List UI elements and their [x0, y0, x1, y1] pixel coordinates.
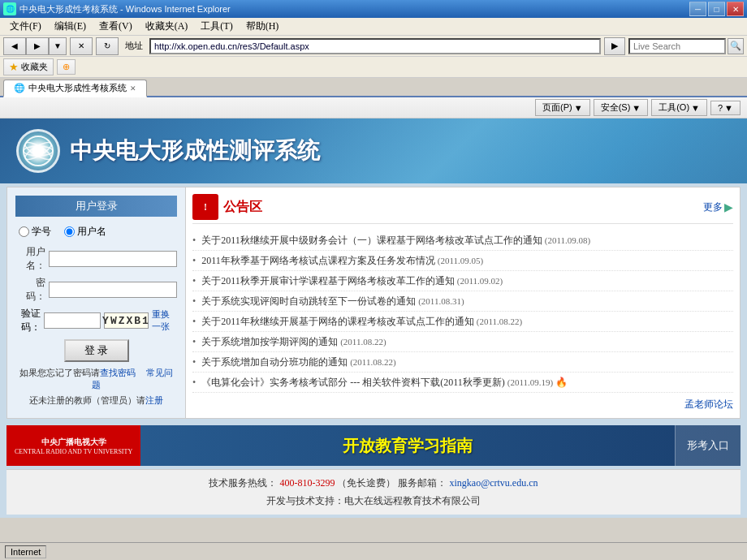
search-bar: 🔍: [628, 38, 744, 54]
announce-link-1[interactable]: 关于2011秋继续开展中级财务会计（一）课程基于网络考核改革试点工作的通知 (2…: [201, 235, 590, 246]
more-label: 更多: [703, 200, 723, 214]
radio-student-label: 学号: [32, 225, 51, 239]
menu-tools[interactable]: 工具(T): [194, 18, 239, 35]
window-titlebar: 🌐 中央电大形成性考核系统 - Windows Internet Explore…: [0, 0, 747, 18]
announce-link-7[interactable]: 关于系统增加自动分班功能的通知 (2011.08.22): [201, 356, 395, 368]
fire-icon: 🔥: [555, 377, 568, 388]
minimize-button[interactable]: ─: [689, 2, 706, 16]
svg-point-1: [35, 148, 41, 154]
username-input[interactable]: [49, 251, 177, 267]
internet-zone: Internet: [5, 545, 46, 558]
favorites-label: 收藏夹: [21, 61, 48, 73]
hotline-label: 技术服务热线：: [209, 477, 277, 489]
list-item: 《电算化会计》实务考核考试部分 --- 相关软件资料下载(2011秋季更新) (…: [192, 373, 733, 393]
tools-label: 工具(O): [658, 101, 689, 114]
refresh-captcha-link[interactable]: 重换一张: [152, 308, 177, 333]
radio-username-label: 用户名: [77, 225, 106, 239]
search-input[interactable]: [628, 38, 726, 54]
go-button[interactable]: ▶: [604, 37, 625, 55]
announce-icon: !: [192, 194, 218, 220]
titlebar-controls[interactable]: ─ □ ✕: [689, 2, 744, 16]
announce-title: 公告区: [223, 199, 262, 216]
login-type-group: 学号 用户名: [15, 223, 177, 240]
footer-line1: 技术服务热线： 400-810-3299 （免长途费） 服务邮箱： xingka…: [11, 475, 736, 493]
browser-icon: 🌐: [3, 2, 16, 15]
username-row: 用户名：: [15, 245, 177, 273]
list-item: 关于2011秋季开展审计学课程基于网络考核改革工作的通知 (2011.09.02…: [192, 271, 733, 291]
favorites-toolbar: ★ 收藏夹 ⊕: [0, 57, 747, 78]
list-item: 关于系统增加自动分班功能的通知 (2011.08.22): [192, 352, 733, 373]
safety-dropdown-icon: ▼: [632, 103, 641, 113]
rss-icon: ⊕: [63, 62, 70, 72]
addressbar: ◀ ▶ ▼ ✕ ↻ 地址 ▶ 🔍: [0, 36, 747, 57]
site-header: 中央电大形成性测评系统: [0, 118, 747, 183]
list-item: 2011年秋季基于网络考核试点课程方案及任务发布情况 (2011.09.05): [192, 251, 733, 271]
radio-username-input[interactable]: [64, 226, 75, 237]
favorites-button[interactable]: ★ 收藏夹: [3, 58, 54, 75]
register-note: 还未注册的教师（管理员）请注册: [15, 394, 177, 407]
close-button[interactable]: ✕: [727, 2, 744, 16]
login-links-text: 如果您忘记了密码请: [19, 368, 100, 377]
forgot-password-link[interactable]: 查找密码: [100, 368, 136, 377]
password-input[interactable]: [49, 282, 177, 298]
announce-link-6[interactable]: 关于系统增加按学期评阅的通知 (2011.08.22): [201, 336, 386, 347]
menu-help[interactable]: 帮助(H): [240, 18, 286, 35]
radio-username[interactable]: 用户名: [64, 225, 106, 239]
tab-main[interactable]: 🌐 中央电大形成性考核系统 ✕: [3, 80, 147, 97]
list-item: 关于2011秋继续开展中级财务会计（一）课程基于网络考核改革试点工作的通知 (2…: [192, 230, 733, 251]
radio-student-input[interactable]: [19, 226, 29, 237]
promo-banner[interactable]: 中央广播电视大学 CENTRAL RADIO AND TV UNIVERSITY…: [6, 425, 741, 466]
tab-icon: 🌐: [14, 83, 25, 93]
menubar: 文件(F) 编辑(E) 查看(V) 收藏夹(A) 工具(T) 帮助(H): [0, 18, 747, 36]
register-link[interactable]: 注册: [145, 395, 163, 405]
tabbar: 🌐 中央电大形成性考核系统 ✕: [0, 78, 747, 97]
username-label: 用户名：: [15, 245, 45, 273]
main-layout: 用户登录 学号 用户名 用户名： 密 码：: [6, 187, 741, 419]
page-button[interactable]: 页面(P) ▼: [535, 99, 590, 116]
site-title: 中央电大形成性测评系统: [70, 136, 320, 166]
more-arrow-icon: ▶: [724, 200, 733, 214]
captcha-image: YWZXB1: [104, 312, 149, 329]
list-item: 关于系统实现评阅时自动跳转至下一份试卷的通知 (2011.08.31): [192, 291, 733, 312]
login-panel: 用户登录 学号 用户名 用户名： 密 码：: [7, 187, 186, 418]
menu-edit[interactable]: 编辑(E): [48, 18, 93, 35]
address-input[interactable]: [149, 38, 601, 54]
announce-link-3[interactable]: 关于2011秋季开展审计学课程基于网络考核改革工作的通知 (2011.09.02…: [201, 275, 503, 286]
announce-link-4[interactable]: 关于系统实现评阅时自动跳转至下一份试卷的通知 (2011.08.31): [201, 295, 464, 307]
announce-header: ! 公告区 更多 ▶: [192, 194, 733, 224]
forward-button[interactable]: ▶: [26, 37, 49, 55]
dropdown-button[interactable]: ▼: [49, 37, 67, 55]
announce-link-8[interactable]: 《电算化会计》实务考核考试部分 --- 相关软件资料下载(2011秋季更新) (…: [201, 377, 568, 388]
menu-file[interactable]: 文件(F): [3, 18, 48, 35]
promo-right-text: 形考入口: [675, 425, 741, 466]
radio-student-id[interactable]: 学号: [19, 225, 51, 239]
help-dropdown-icon: ▼: [724, 103, 733, 113]
nav-buttons[interactable]: ◀ ▶ ▼: [3, 37, 67, 55]
email-link[interactable]: xingkao@crtvu.edu.cn: [449, 477, 538, 489]
login-links: 如果您忘记了密码请查找密码 常见问题: [15, 367, 177, 391]
tab-close-button[interactable]: ✕: [130, 84, 136, 93]
rss-button[interactable]: ⊕: [57, 59, 76, 75]
safety-button[interactable]: 安全(S) ▼: [594, 99, 649, 116]
help-button[interactable]: ? ▼: [710, 101, 741, 115]
tools-dropdown-icon: ▼: [691, 103, 700, 113]
tools-button[interactable]: 工具(O) ▼: [651, 99, 707, 116]
stop-button[interactable]: ✕: [70, 37, 93, 55]
tab-label: 中央电大形成性考核系统: [28, 82, 127, 94]
refresh-button[interactable]: ↻: [96, 37, 119, 55]
menu-view[interactable]: 查看(V): [93, 18, 139, 35]
captcha-label: 验证码：: [15, 307, 41, 334]
more-link[interactable]: 更多 ▶: [703, 200, 733, 214]
search-button[interactable]: 🔍: [728, 38, 744, 54]
help-label: ?: [718, 103, 723, 113]
login-button[interactable]: 登 录: [64, 339, 129, 362]
announce-link-2[interactable]: 2011年秋季基于网络考核试点课程方案及任务发布情况 (2011.09.05): [201, 255, 483, 266]
teacher-forum-link[interactable]: 孟老师论坛: [192, 398, 733, 411]
menu-favorites[interactable]: 收藏夹(A): [139, 18, 195, 35]
announce-link-5[interactable]: 关于2011年秋继续开展基于网络的课程考核改革试点工作的通知 (2011.08.…: [201, 316, 522, 327]
back-button[interactable]: ◀: [3, 37, 26, 55]
titlebar-left: 🌐 中央电大形成性考核系统 - Windows Internet Explore…: [3, 2, 231, 15]
captcha-input[interactable]: [44, 312, 101, 329]
svg-text:!: !: [204, 201, 207, 213]
restore-button[interactable]: □: [708, 2, 725, 16]
